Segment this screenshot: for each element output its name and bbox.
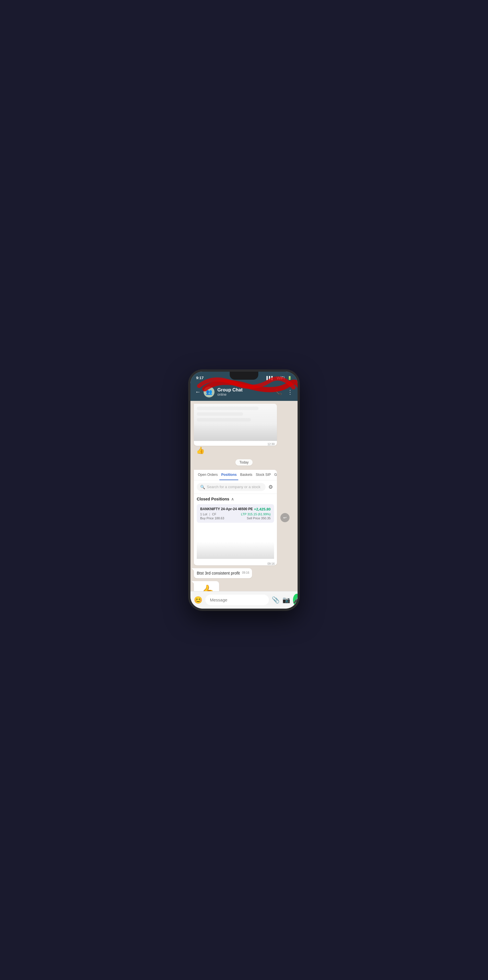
position-buy-price: Buy Price 188.63: [200, 517, 224, 520]
position-name: BANKNIFTY 24-Apr-24 46500 PE: [200, 507, 253, 511]
emoji-button[interactable]: 😊: [194, 596, 203, 604]
status-bar: 9:17 ▌▌▌ WiFi 🔋: [190, 372, 298, 384]
card-empty-space: [197, 525, 274, 559]
position-ltp: LTP 315.15 (61.99%): [241, 512, 271, 516]
pipe-separator: |: [209, 512, 210, 516]
section-chevron-icon[interactable]: ∧: [231, 497, 234, 501]
position-row[interactable]: BANKNIFTY 24-Apr-24 46500 PE +2,425.80 1…: [197, 504, 274, 523]
tab-positions[interactable]: Positions: [219, 470, 238, 480]
tab-open-orders[interactable]: Open Orders: [196, 470, 219, 480]
filter-icon[interactable]: ⚙: [267, 483, 274, 491]
date-label: Today: [235, 459, 253, 466]
card-fade: [194, 424, 277, 441]
btst-message: Btst 3rd consistent profit 09:16: [194, 568, 252, 579]
battery-icon: 🔋: [287, 376, 292, 380]
trading-card-message: Open Orders Positions Baskets Stock SIP …: [194, 470, 277, 565]
message-input[interactable]: [205, 595, 269, 605]
status-time: 9:17: [196, 376, 204, 380]
section-header: Closed Positions ∧: [197, 497, 274, 501]
tab-stock-sip[interactable]: Stock SIP: [254, 470, 273, 480]
thumbs-up-reaction: 👍: [196, 446, 294, 454]
wifi-icon: WiFi: [277, 376, 285, 380]
notch: [230, 372, 258, 380]
thumbs-up-emoji: 👍: [196, 446, 205, 454]
mic-icon: 🎤: [293, 596, 298, 604]
btst-bubble: Btst 3rd consistent profit 09:16: [194, 568, 252, 579]
tab-gtt[interactable]: GTT: [273, 470, 277, 480]
trading-card[interactable]: Open Orders Positions Baskets Stock SIP …: [194, 470, 277, 565]
first-card: 12:30: [194, 404, 277, 446]
section-title: Closed Positions: [197, 497, 230, 501]
whatsapp-header: ← 👥 Group Chat online 📞 ⋮: [190, 384, 298, 401]
contact-avatar[interactable]: 👥: [204, 387, 215, 398]
date-divider: Today: [194, 460, 294, 465]
mic-button[interactable]: 🎤: [293, 594, 298, 606]
attach-button[interactable]: 📎: [272, 596, 279, 604]
contact-name: Group Chat: [217, 387, 242, 393]
contact-status: online: [217, 393, 242, 396]
tabs-row: Open Orders Positions Baskets Stock SIP …: [194, 470, 277, 480]
trading-card-time: 09:16: [268, 562, 275, 565]
position-pnl: +2,425.80: [254, 507, 271, 511]
first-card-time: 12:30: [268, 443, 275, 446]
btst-time: 09:16: [242, 571, 249, 574]
bottom-input-bar: 😊 📎 📷 🎤: [190, 591, 298, 609]
forward-button[interactable]: ↩: [281, 513, 290, 522]
position-lot: 1 Lot | CF: [200, 512, 216, 516]
search-bar: 🔍 Search for a company or a stock ⚙: [194, 480, 277, 494]
signal-icon: ▌▌▌: [266, 376, 274, 380]
search-placeholder-text: Search for a company or a stock: [207, 485, 260, 489]
chat-area: 12:30 👍 Today: [190, 401, 298, 609]
bottom-card-fade: [197, 542, 274, 559]
back-button[interactable]: ←: [195, 388, 201, 395]
call-button[interactable]: 📞: [275, 388, 282, 395]
btst-text: Btst 3rd consistent profit: [197, 571, 240, 576]
search-icon: 🔍: [200, 485, 205, 489]
status-icons: ▌▌▌ WiFi 🔋: [266, 376, 292, 380]
position-sell-price: Sell Price 350.35: [247, 517, 271, 520]
first-card-message: 12:30: [194, 404, 274, 446]
search-input-area[interactable]: 🔍 Search for a company or a stock: [197, 483, 265, 491]
menu-button[interactable]: ⋮: [287, 388, 293, 395]
positions-section: Closed Positions ∧ BANKNIFTY 24-Apr-24 4…: [194, 494, 277, 560]
contact-info: Group Chat online: [217, 387, 242, 396]
tab-baskets[interactable]: Baskets: [238, 470, 254, 480]
camera-button[interactable]: 📷: [282, 596, 290, 604]
first-card-content: [194, 404, 277, 441]
